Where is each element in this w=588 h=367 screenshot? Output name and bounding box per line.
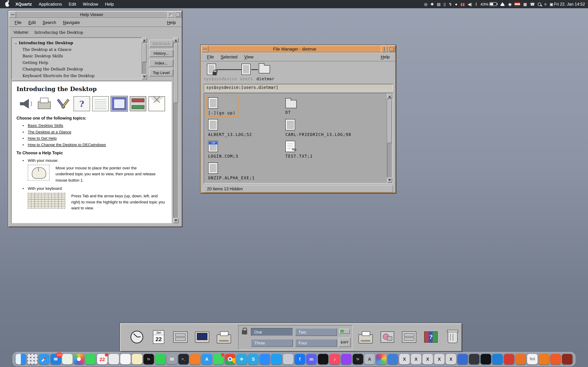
window-menu-button[interactable] xyxy=(201,46,209,52)
input-source-icon[interactable]: ▦ xyxy=(523,0,527,8)
menubar-window[interactable]: Window xyxy=(79,2,102,7)
menubar-help[interactable]: Help xyxy=(102,2,117,7)
menu-list-icon[interactable]: ≡ xyxy=(544,0,546,8)
history-button[interactable]: History... xyxy=(149,50,173,57)
backtrack-button[interactable]: Backtrack xyxy=(149,40,173,47)
continuity-phone-icon[interactable]: ☎ xyxy=(530,0,535,8)
menu-file[interactable]: File xyxy=(204,55,217,59)
vscode-icon[interactable] xyxy=(492,354,503,364)
path-label-users[interactable]: users xyxy=(240,76,253,81)
link-desktop-at-a-glance[interactable]: The Desktop at a Glance xyxy=(28,130,71,134)
texshop-icon[interactable]: TeX xyxy=(527,354,538,364)
pause-icon[interactable]: ▮▮ xyxy=(460,0,465,8)
text-editor-icon[interactable] xyxy=(215,325,233,349)
min-button[interactable] xyxy=(381,46,388,52)
path-field[interactable]: sys$sysdevice:[users.dietmar] xyxy=(204,84,393,92)
current-folder-icon[interactable] xyxy=(259,65,270,73)
menu-edit[interactable]: Edit xyxy=(25,20,39,25)
spotlight-icon[interactable] xyxy=(538,2,541,6)
scroll-down-button[interactable] xyxy=(387,178,392,183)
printer-icon[interactable] xyxy=(357,325,374,349)
macports-icon[interactable]: M xyxy=(167,354,177,364)
tv-app-icon[interactable]: tv xyxy=(353,354,363,364)
menu-navigate[interactable]: Navigate xyxy=(60,20,83,25)
redapp-icon[interactable] xyxy=(562,354,572,364)
path-label-dietmar[interactable]: dietmar xyxy=(257,76,274,81)
xclock-icon[interactable]: X xyxy=(423,354,433,364)
bluetooth-icon[interactable]: ᛒ xyxy=(475,0,478,8)
scroll-down-button[interactable] xyxy=(142,74,147,79)
twitter-icon[interactable] xyxy=(271,354,282,364)
scroll-thumb[interactable] xyxy=(388,100,392,143)
screen-record-icon[interactable]: ◎ xyxy=(424,0,428,8)
style-manager-icon[interactable] xyxy=(401,325,418,349)
apple-logo-icon[interactable] xyxy=(5,2,9,7)
control-center-icon[interactable]: ▣ xyxy=(550,0,553,8)
notes-icon[interactable] xyxy=(132,354,142,364)
maps-icon[interactable] xyxy=(62,354,73,364)
menu-help[interactable]: Help xyxy=(164,20,179,25)
maximize-button[interactable] xyxy=(174,11,182,18)
appstore-icon[interactable]: A xyxy=(202,354,212,364)
files-icon[interactable] xyxy=(388,354,398,364)
energy-icon[interactable]: ↯ xyxy=(449,0,452,8)
scroll-thumb[interactable] xyxy=(142,43,147,62)
blender-icon[interactable] xyxy=(515,354,526,364)
austria-flag-icon[interactable] xyxy=(515,2,520,6)
zoom-icon[interactable] xyxy=(260,354,270,364)
scroll-up-button[interactable] xyxy=(173,37,179,43)
file-manager-titlebar[interactable]: File Manager - dietmar xyxy=(201,46,395,52)
battery-widget-icon[interactable]: ▯ xyxy=(444,0,446,8)
clock-icon[interactable] xyxy=(128,325,146,349)
index-button[interactable]: Index... xyxy=(149,59,173,67)
content-scrollbar[interactable] xyxy=(173,37,179,223)
file-item-login-com[interactable]: COM LOGIN.COM;3 xyxy=(208,141,238,158)
link-basic-desktop-skills[interactable]: Basic Desktop Skills xyxy=(28,123,63,128)
xterm-icon[interactable]: X xyxy=(411,354,421,364)
top-level-button[interactable]: Top Level xyxy=(149,69,173,76)
application-manager-icon[interactable] xyxy=(379,325,396,349)
chrome-icon[interactable] xyxy=(225,354,235,364)
scroll-up-button[interactable] xyxy=(142,37,147,43)
path-label-device[interactable]: sys$sysdevice xyxy=(204,76,237,81)
topic-item[interactable]: →Introducing the Desktop xyxy=(13,40,140,46)
translate-icon[interactable]: A xyxy=(364,354,375,364)
topic-item[interactable]: Changing the Default Desktop xyxy=(13,66,140,73)
menu-view[interactable]: View xyxy=(241,55,257,59)
calendar-icon[interactable]: 22 xyxy=(97,354,107,364)
facebook-icon[interactable]: f xyxy=(294,354,305,364)
photos-icon[interactable] xyxy=(74,354,84,364)
workspace-one-button[interactable]: One xyxy=(251,328,293,336)
device-icon[interactable] xyxy=(207,64,216,75)
safari-icon[interactable] xyxy=(39,354,49,364)
wifi-icon[interactable] xyxy=(500,2,505,6)
rocket-icon[interactable] xyxy=(550,354,561,364)
file-item-go-up[interactable]: [-](go up) xyxy=(206,95,239,117)
calendar-icon[interactable]: Jan 22 xyxy=(150,325,167,349)
volume-icon[interactable]: ◀) xyxy=(468,0,472,8)
topic-item[interactable]: Basic Desktop Skills xyxy=(13,53,140,59)
terminal-icon[interactable]: >_ xyxy=(178,354,189,364)
whatsapp-icon[interactable] xyxy=(213,354,224,364)
messages-icon[interactable] xyxy=(85,354,96,364)
file-item-dt[interactable]: DT xyxy=(285,97,297,115)
launchpad-icon[interactable] xyxy=(27,354,38,364)
terminal-icon[interactable] xyxy=(194,325,211,349)
file-item-carl-friedrich-log[interactable]: CARL-FRIEDRICH_13.LOG;98 xyxy=(285,119,351,137)
file-item-test-txt[interactable]: TEST.TXT;1 xyxy=(285,141,313,158)
parallels-icon[interactable] xyxy=(504,354,514,364)
iterm-icon[interactable] xyxy=(481,354,491,364)
podcasts-icon[interactable] xyxy=(341,354,352,364)
file-manager-icon[interactable] xyxy=(172,325,189,349)
workspace-three-button[interactable]: Three xyxy=(251,339,293,347)
skype-icon[interactable]: S xyxy=(248,354,259,364)
mail-icon[interactable]: ✉110 xyxy=(50,354,61,364)
telegram-icon[interactable]: ✈ xyxy=(236,354,247,364)
min-button[interactable] xyxy=(167,11,174,18)
topic-item[interactable]: Keyboard Shortcuts for the Desktop xyxy=(13,73,140,79)
battery-icon[interactable]: 43% xyxy=(480,2,497,7)
users-directory-icon[interactable] xyxy=(242,64,251,75)
xquartz-icon[interactable]: X xyxy=(399,354,410,364)
maximize-button[interactable] xyxy=(388,46,395,52)
menu-search[interactable]: Search xyxy=(39,20,60,25)
